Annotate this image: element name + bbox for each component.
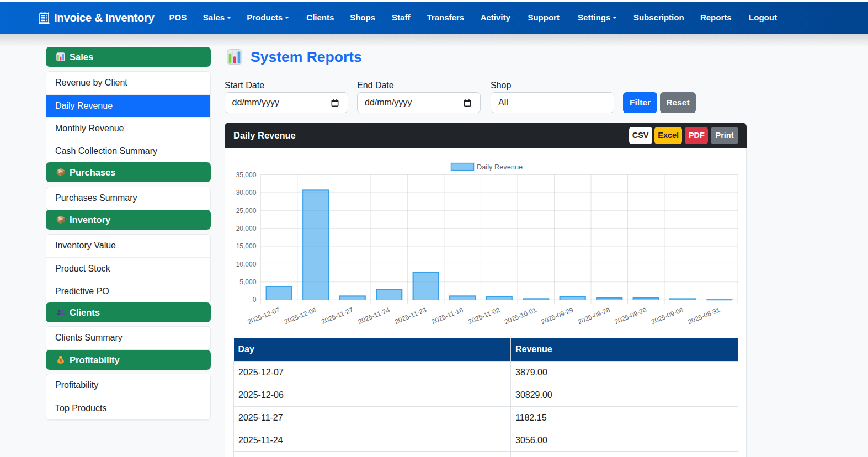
svg-text:0: 0 [253,296,257,304]
svg-text:2025-09-29: 2025-09-29 [540,306,574,326]
svg-text:20,000: 20,000 [236,225,257,232]
svg-text:35,000: 35,000 [236,171,257,179]
svg-text:Daily Revenue: Daily Revenue [477,163,523,171]
svg-text:25,000: 25,000 [236,207,257,215]
svg-text:2025-11-02: 2025-11-02 [467,306,501,326]
svg-text:2025-11-23: 2025-11-23 [393,306,428,326]
svg-text:2025-09-06: 2025-09-06 [650,306,684,326]
svg-text:2025-11-16: 2025-11-16 [430,306,465,326]
svg-text:2025-11-27: 2025-11-27 [320,306,354,326]
svg-text:2025-09-20: 2025-09-20 [614,306,648,326]
svg-text:2025-08-31: 2025-08-31 [687,306,721,326]
svg-text:2025-10-01: 2025-10-01 [503,306,537,326]
svg-text:5,000: 5,000 [239,278,256,286]
svg-text:30,000: 30,000 [236,189,257,196]
svg-text:10,000: 10,000 [236,261,257,268]
svg-text:2025-12-06: 2025-12-06 [283,306,317,326]
svg-text:2025-11-24: 2025-11-24 [357,306,391,326]
svg-text:15,000: 15,000 [236,242,257,250]
svg-text:2025-09-28: 2025-09-28 [577,306,611,326]
svg-text:$: $ [60,358,62,363]
svg-text:2025-12-07: 2025-12-07 [247,306,281,326]
